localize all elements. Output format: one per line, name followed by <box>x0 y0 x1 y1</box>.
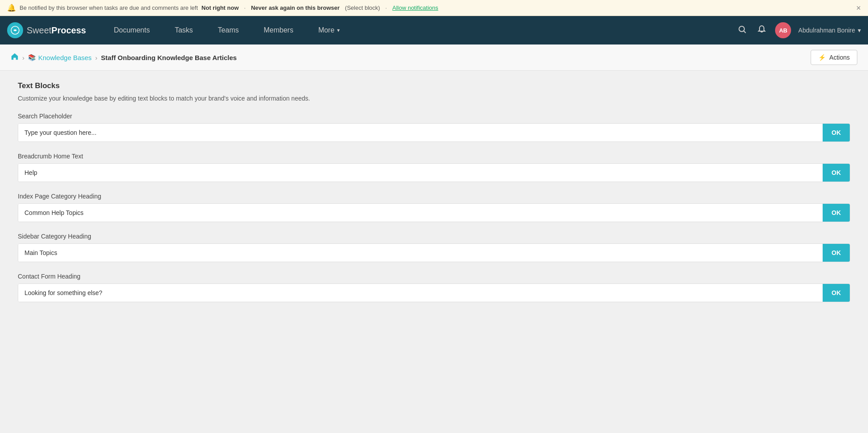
nav-tasks[interactable]: Tasks <box>162 16 205 45</box>
notification-close-button[interactable]: × <box>856 4 861 12</box>
logo-text: SweetProcess <box>27 25 86 36</box>
field-row-sidebar-category-heading: OK <box>18 243 850 262</box>
input-index-category-heading[interactable] <box>18 204 823 222</box>
field-label-sidebar-category-heading: Sidebar Category Heading <box>18 233 850 240</box>
field-group-search-placeholder: Search PlaceholderOK <box>18 113 850 142</box>
top-navigation: SweetProcess Documents Tasks Teams Membe… <box>0 16 868 45</box>
svg-line-2 <box>744 31 746 33</box>
ok-button-breadcrumb-home[interactable]: OK <box>823 164 850 182</box>
input-breadcrumb-home[interactable] <box>18 164 823 182</box>
nav-links: Documents Tasks Teams Members More ▾ <box>101 16 736 45</box>
nav-right: AB Abdulrahman Bonire ▾ <box>736 22 861 38</box>
actions-button[interactable]: ⚡ Actions <box>811 50 857 65</box>
logo[interactable]: SweetProcess <box>7 22 87 38</box>
user-chevron-icon: ▾ <box>858 27 861 34</box>
field-group-sidebar-category-heading: Sidebar Category HeadingOK <box>18 233 850 262</box>
section-title: Text Blocks <box>18 81 850 90</box>
user-name-display[interactable]: Abdulrahman Bonire ▾ <box>798 27 861 34</box>
breadcrumb-sep-2: › <box>95 54 97 61</box>
input-search-placeholder[interactable] <box>18 124 823 142</box>
field-row-contact-form-heading: OK <box>18 283 850 302</box>
nav-teams[interactable]: Teams <box>205 16 251 45</box>
field-row-search-placeholder: OK <box>18 123 850 142</box>
user-avatar[interactable]: AB <box>775 22 791 38</box>
dot2: · <box>386 4 387 11</box>
notification-banner: 🔔 Be notified by this browser when tasks… <box>0 0 868 16</box>
nav-members[interactable]: Members <box>251 16 306 45</box>
nav-documents[interactable]: Documents <box>101 16 162 45</box>
home-icon[interactable] <box>11 53 19 62</box>
breadcrumb-bar: › 📚 Knowledge Bases › Staff Onboarding K… <box>0 45 868 71</box>
input-contact-form-heading[interactable] <box>18 284 823 302</box>
dot1: · <box>244 4 246 11</box>
never-ask-link[interactable]: Never ask again on this browser <box>251 4 339 11</box>
ok-button-search-placeholder[interactable]: OK <box>823 124 850 142</box>
ok-button-contact-form-heading[interactable]: OK <box>823 284 850 302</box>
field-row-breadcrumb-home: OK <box>18 163 850 182</box>
field-group-index-category-heading: Index Page Category HeadingOK <box>18 193 850 222</box>
field-row-index-category-heading: OK <box>18 203 850 222</box>
field-group-contact-form-heading: Contact Form HeadingOK <box>18 273 850 302</box>
select-block-label: (Select block) <box>345 4 380 11</box>
notification-message: Be notified by this browser when tasks a… <box>20 4 198 11</box>
field-label-search-placeholder: Search Placeholder <box>18 113 850 120</box>
knowledge-bases-icon: 📚 <box>28 54 36 61</box>
field-label-contact-form-heading: Contact Form Heading <box>18 273 850 280</box>
nav-more[interactable]: More ▾ <box>306 16 352 45</box>
breadcrumb-sep-1: › <box>22 54 24 61</box>
main-content: Text Blocks Customize your knowledge bas… <box>0 71 868 433</box>
fields-container: Search PlaceholderOKBreadcrumb Home Text… <box>18 113 850 302</box>
input-sidebar-category-heading[interactable] <box>18 244 823 262</box>
logo-icon <box>7 22 23 38</box>
section-description: Customize your knowledge base by editing… <box>18 95 850 102</box>
breadcrumb-current: Staff Onboarding Knowledge Base Articles <box>101 54 237 61</box>
bolt-icon: ⚡ <box>818 54 826 61</box>
more-chevron-icon: ▾ <box>337 27 340 33</box>
notification-bell-icon[interactable] <box>755 23 768 38</box>
svg-point-1 <box>739 26 744 32</box>
not-right-now-link[interactable]: Not right now <box>201 4 239 11</box>
field-group-breadcrumb-home: Breadcrumb Home TextOK <box>18 153 850 182</box>
ok-button-sidebar-category-heading[interactable]: OK <box>823 244 850 262</box>
allow-notifications-link[interactable]: Allow notifications <box>392 4 438 11</box>
field-label-index-category-heading: Index Page Category Heading <box>18 193 850 200</box>
field-label-breadcrumb-home: Breadcrumb Home Text <box>18 153 850 160</box>
ok-button-index-category-heading[interactable]: OK <box>823 204 850 222</box>
knowledge-bases-breadcrumb[interactable]: 📚 Knowledge Bases <box>28 54 92 61</box>
breadcrumb: › 📚 Knowledge Bases › Staff Onboarding K… <box>11 53 237 62</box>
search-icon[interactable] <box>736 23 748 38</box>
bell-icon: 🔔 <box>7 4 16 12</box>
